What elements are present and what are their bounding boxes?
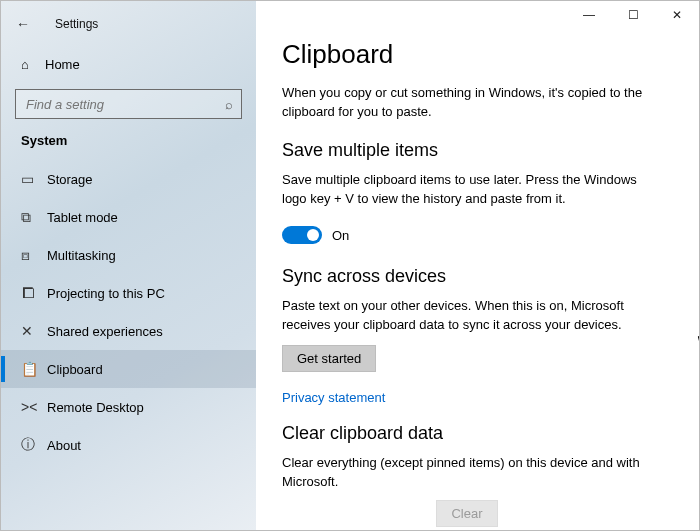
multitasking-icon: ⧈ [21, 247, 47, 264]
get-started-button[interactable]: Get started [282, 345, 376, 372]
sidebar: ← Settings ⌂ Home ⌕ System ▭ Storage ⧉ T… [1, 1, 256, 530]
minimize-button[interactable]: — [567, 1, 611, 29]
search-box[interactable]: ⌕ [15, 89, 242, 119]
tablet-icon: ⧉ [21, 209, 47, 226]
sidebar-item-label: Storage [47, 172, 93, 187]
home-icon: ⌂ [21, 57, 45, 72]
sidebar-item-tablet-mode[interactable]: ⧉ Tablet mode [1, 198, 256, 236]
section-sync-title: Sync across devices [282, 266, 671, 287]
sidebar-item-label: Shared experiences [47, 324, 163, 339]
sidebar-item-remote-desktop[interactable]: >< Remote Desktop [1, 388, 256, 426]
section-clear-desc: Clear everything (except pinned items) o… [282, 454, 652, 492]
sidebar-item-storage[interactable]: ▭ Storage [1, 160, 256, 198]
sidebar-nav: ▭ Storage ⧉ Tablet mode ⧈ Multitasking ⧠… [1, 160, 256, 530]
sidebar-item-label: About [47, 438, 81, 453]
storage-icon: ▭ [21, 171, 47, 187]
sidebar-item-multitasking[interactable]: ⧈ Multitasking [1, 236, 256, 274]
window-title: Settings [55, 17, 98, 31]
sidebar-item-clipboard[interactable]: 📋 Clipboard [1, 350, 256, 388]
shared-icon: ✕ [21, 323, 47, 339]
page-title: Clipboard [282, 39, 671, 70]
clear-button[interactable]: Clear [436, 500, 497, 527]
window-controls: — ☐ ✕ [567, 1, 699, 29]
back-button[interactable]: ← [9, 16, 37, 32]
about-icon: ⓘ [21, 436, 47, 454]
sidebar-item-label: Clipboard [47, 362, 103, 377]
projecting-icon: ⧠ [21, 285, 47, 301]
content: Clipboard When you copy or cut something… [256, 1, 699, 527]
sidebar-home[interactable]: ⌂ Home [1, 47, 256, 81]
save-multiple-toggle[interactable] [282, 226, 322, 244]
sidebar-item-label: Remote Desktop [47, 400, 144, 415]
remote-icon: >< [21, 399, 47, 415]
sidebar-item-projecting[interactable]: ⧠ Projecting to this PC [1, 274, 256, 312]
sidebar-section-label: System [1, 129, 256, 160]
settings-window: ← Settings ⌂ Home ⌕ System ▭ Storage ⧉ T… [1, 1, 699, 530]
maximize-button[interactable]: ☐ [611, 1, 655, 29]
section-sync-desc: Paste text on your other devices. When t… [282, 297, 652, 335]
sidebar-item-label: Tablet mode [47, 210, 118, 225]
section-save-multiple-desc: Save multiple clipboard items to use lat… [282, 171, 652, 209]
sidebar-item-label: Multitasking [47, 248, 116, 263]
clipboard-icon: 📋 [21, 361, 47, 377]
search-wrap: ⌕ [1, 81, 256, 129]
sidebar-item-about[interactable]: ⓘ About [1, 426, 256, 464]
sidebar-item-label: Projecting to this PC [47, 286, 165, 301]
search-input[interactable] [24, 96, 225, 113]
section-save-multiple-title: Save multiple items [282, 140, 671, 161]
section-clear-title: Clear clipboard data [282, 423, 671, 444]
titlebar-left: ← Settings [1, 7, 256, 41]
close-button[interactable]: ✕ [655, 1, 699, 29]
home-label: Home [45, 57, 80, 72]
save-multiple-toggle-row: On [282, 226, 671, 244]
toggle-state-label: On [332, 228, 349, 243]
privacy-statement-link[interactable]: Privacy statement [282, 390, 385, 405]
page-intro: When you copy or cut something in Window… [282, 84, 652, 122]
search-icon: ⌕ [225, 97, 233, 112]
sidebar-item-shared-experiences[interactable]: ✕ Shared experiences [1, 312, 256, 350]
main-panel: — ☐ ✕ Clipboard When you copy or cut som… [256, 1, 699, 530]
